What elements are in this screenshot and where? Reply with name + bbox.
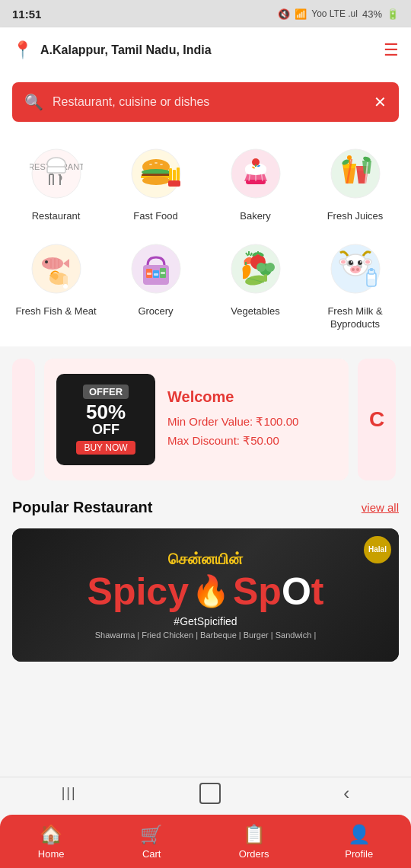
svg-rect-18 <box>173 170 176 180</box>
nav-cart[interactable]: 🛒 Cart <box>140 824 163 860</box>
svg-point-42 <box>45 260 48 263</box>
svg-point-78 <box>341 260 346 263</box>
svg-point-81 <box>358 260 362 265</box>
category-grocery[interactable]: Grocery <box>106 238 206 331</box>
search-icon: 🔍 <box>24 93 43 111</box>
offer-card-main[interactable]: OFFER 50% OFF BUY NOW Welcome Min Order … <box>44 359 349 480</box>
svg-point-28 <box>259 165 266 174</box>
search-container: 🔍 Restaurant, cuisine or dishes ✕ <box>0 73 411 131</box>
freshjuices-icon <box>325 143 386 204</box>
hamburger-menu-icon[interactable]: ☰ <box>384 40 399 60</box>
nav-orders[interactable]: 📋 Orders <box>239 824 269 860</box>
battery-icon: 🔋 <box>387 8 399 20</box>
category-fastfood[interactable]: Fast Food <box>106 143 206 223</box>
offer-card-left-partial <box>12 359 35 480</box>
categories-grid: RESTAURANT Restaurant <box>6 143 405 331</box>
category-freshfishmeat[interactable]: Fresh Fish & Meat <box>6 238 106 331</box>
offer-welcome: Welcome <box>167 388 336 406</box>
svg-rect-90 <box>368 279 375 286</box>
system-home-icon[interactable] <box>199 783 221 804</box>
fastfood-icon <box>126 143 186 204</box>
category-vegetables[interactable]: Vegetables <box>206 238 305 331</box>
offers-section: OFFER 50% OFF BUY NOW Welcome Min Order … <box>0 346 411 493</box>
category-bakery[interactable]: Bakery <box>206 143 305 223</box>
restaurant-bg: சென்னயின் Spicy 🔥 SpOt #GetSpicified Sha… <box>12 528 399 662</box>
svg-point-48 <box>63 284 68 289</box>
svg-rect-55 <box>154 273 158 276</box>
system-menu-icon[interactable]: ||| <box>62 785 77 801</box>
svg-point-86 <box>356 268 359 271</box>
freshjuices-label: Fresh Juices <box>327 210 384 223</box>
svg-point-16 <box>142 176 170 185</box>
orders-icon: 📋 <box>243 824 266 845</box>
offers-scroll: OFFER 50% OFF BUY NOW Welcome Min Order … <box>0 359 411 480</box>
svg-rect-89 <box>370 268 373 271</box>
bakery-label: Bakery <box>240 210 270 223</box>
svg-point-67 <box>256 263 266 272</box>
status-bar: 11:51 🔇 📶 Yoo LTE .ul 43% 🔋 <box>0 0 411 27</box>
svg-rect-20 <box>168 180 180 187</box>
search-input[interactable]: Restaurant, cuisine or dishes <box>53 95 365 109</box>
restaurant-name-english: Spicy 🔥 SpOt <box>88 570 324 614</box>
restaurant-hashtag: #GetSpicified <box>174 615 237 627</box>
cart-label: Cart <box>142 848 161 860</box>
orders-label: Orders <box>239 848 269 860</box>
status-time: 11:51 <box>12 8 41 21</box>
location-pin-icon: 📍 <box>12 40 33 60</box>
svg-point-85 <box>352 268 355 271</box>
offer-percent: 50% <box>86 402 126 422</box>
svg-point-83 <box>360 261 362 263</box>
offer-buy-now[interactable]: BUY NOW <box>76 441 135 455</box>
restaurant-name-tamil: சென்னயின் <box>168 550 243 568</box>
vegetables-label: Vegetables <box>231 305 279 318</box>
system-back-icon[interactable]: ‹ <box>343 783 349 804</box>
header: 📍 A.Kalappur, Tamil Nadu, India ☰ <box>0 27 411 73</box>
offer-badge: OFFER 50% OFF BUY NOW <box>56 374 155 465</box>
nav-home[interactable]: 🏠 Home <box>38 824 65 860</box>
clear-search-icon[interactable]: ✕ <box>374 93 387 111</box>
halal-badge: Halal <box>364 536 391 563</box>
svg-point-33 <box>331 149 380 198</box>
view-all-link[interactable]: view all <box>362 501 399 514</box>
svg-point-79 <box>365 260 370 263</box>
svg-rect-56 <box>161 272 165 274</box>
svg-rect-3 <box>47 167 65 173</box>
svg-rect-19 <box>177 168 180 180</box>
category-freshjuices[interactable]: Fresh Juices <box>305 143 405 223</box>
cuisine-tags: Shawarma | Fried Chicken | Barbeque | Bu… <box>95 630 317 640</box>
bakery-icon <box>225 143 286 204</box>
vegetables-icon <box>225 238 286 299</box>
nav-profile[interactable]: 👤 Profile <box>345 824 373 860</box>
popular-title: Popular Restaurant <box>12 499 152 516</box>
search-bar[interactable]: 🔍 Restaurant, cuisine or dishes ✕ <box>12 82 399 122</box>
offer-text: Welcome Min Order Value: ₹100.00 Max Dis… <box>167 388 336 451</box>
svg-rect-17 <box>169 168 172 180</box>
wifi-icon: 📶 <box>295 8 307 20</box>
freshmilk-label: Fresh Milk & Byproducts <box>305 305 405 331</box>
svg-point-10 <box>149 164 152 165</box>
home-label: Home <box>38 848 65 860</box>
popular-section: Popular Restaurant view all சென்னயின் Sp… <box>0 499 411 674</box>
profile-label: Profile <box>345 848 373 860</box>
svg-point-82 <box>351 261 352 263</box>
grocery-icon <box>126 238 186 299</box>
offer-min-order: Min Order Value: ₹100.00 <box>167 412 336 432</box>
signal-icon: Yoo LTE .ul <box>311 8 358 19</box>
system-nav: ||| ‹ <box>0 777 411 815</box>
offer-card-right-partial: C <box>358 359 396 480</box>
restaurant-card-spicyspot[interactable]: சென்னயின் Spicy 🔥 SpOt #GetSpicified Sha… <box>12 528 399 662</box>
restaurant-label: Restaurant <box>32 210 81 223</box>
categories-section: RESTAURANT Restaurant <box>0 131 411 346</box>
profile-icon: 👤 <box>348 824 371 845</box>
header-address: A.Kalappur, Tamil Nadu, India <box>40 43 212 57</box>
freshfishmeat-label: Fresh Fish & Meat <box>15 305 96 318</box>
category-freshmilk[interactable]: Fresh Milk & Byproducts <box>305 238 405 331</box>
category-restaurant[interactable]: RESTAURANT Restaurant <box>6 143 106 223</box>
freshmilk-icon <box>325 238 386 299</box>
header-left: 📍 A.Kalappur, Tamil Nadu, India <box>12 40 212 60</box>
fastfood-label: Fast Food <box>133 210 178 223</box>
bottom-nav: 🏠 Home 🛒 Cart 📋 Orders 👤 Profile <box>0 815 411 868</box>
popular-header: Popular Restaurant view all <box>12 499 399 516</box>
home-icon: 🏠 <box>40 824 62 845</box>
svg-point-68 <box>266 263 275 272</box>
